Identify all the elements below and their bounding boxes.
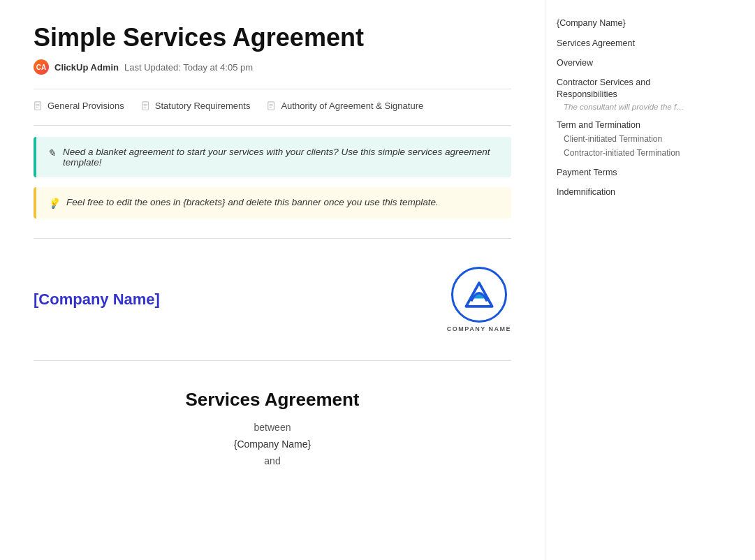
divider-top [34,89,511,89]
sidebar-item-overview-label: Overview [557,58,593,68]
banner-teal-text: Need a blanket agreement to start your s… [63,147,500,168]
banner-yellow: 💡 Feel free to edit the ones in {bracket… [34,187,511,219]
sidebar-item-company-label: {Company Name} [557,18,626,28]
section-label-statutory: Statutory Requirements [155,101,251,111]
section-label-authority: Authority of Agreement & Signature [281,101,423,111]
logo-label: COMPANY NAME [447,325,511,332]
sidebar-item-services-agreement-label: Services Agreement [557,38,635,48]
sidebar-item-company[interactable]: {Company Name} [557,17,687,30]
document-title: Services Agreement [34,389,511,411]
page-title: Simple Services Agreement [34,22,511,52]
logo-svg [460,275,499,314]
sidebar-item-contractor-label: Contractor Services and Responsibilities [557,77,687,101]
section-link-authority[interactable]: Authority of Agreement & Signature [267,101,423,111]
sidebar-item-contractor-subtext: The consultant will provide the follo... [557,101,686,112]
sidebar-item-payment[interactable]: Payment Terms [557,166,687,179]
section-label-general: General Provisions [47,101,124,111]
divider-logo [34,360,511,361]
sidebar-item-overview[interactable]: Overview [557,57,687,70]
last-updated: Last Updated: Today at 4:05 pm [124,62,253,73]
sidebar-item-contractor[interactable]: Contractor Services and Responsibilities… [557,77,687,112]
sidebar-item-payment-label: Payment Terms [557,168,617,177]
logo-container: COMPANY NAME [447,267,511,332]
company-logo [451,267,507,323]
sidebar: {Company Name} Services Agreement Overvi… [545,0,698,560]
doc-icon-2 [141,101,151,111]
sidebar-item-client-termination[interactable]: Client-initiated Termination [557,133,687,145]
divider-banners [34,238,511,239]
avatar: CA [34,59,49,75]
meta-row: CA ClickUp Admin Last Updated: Today at … [34,59,511,75]
banner-teal-icon: ✎ [47,147,56,159]
between-text: between [34,422,511,433]
sidebar-item-services-agreement[interactable]: Services Agreement [557,37,687,50]
banner-yellow-icon: 💡 [47,198,59,209]
sidebar-item-indemnification-label: Indemnification [557,187,615,197]
sections-row: General Provisions Statutory Requirement… [34,101,511,111]
main-content: Simple Services Agreement CA ClickUp Adm… [0,0,545,560]
doc-icon [34,101,43,111]
sidebar-item-term[interactable]: Term and Termination Client-initiated Te… [557,119,687,159]
banner-teal: ✎ Need a blanket agreement to start your… [34,137,511,177]
sidebar-item-term-label: Term and Termination [557,119,687,132]
and-text: and [34,455,511,466]
banner-yellow-text: Feel free to edit the ones in {brackets}… [66,197,439,207]
sidebar-item-contractor-termination[interactable]: Contractor-initiated Termination [557,147,687,159]
company-name-placeholder[interactable]: [Company Name] [34,290,160,309]
sidebar-item-indemnification[interactable]: Indemnification [557,186,687,199]
section-link-statutory[interactable]: Statutory Requirements [141,101,251,111]
document-party1: {Company Name} [34,439,511,450]
doc-icon-3 [267,101,277,111]
divider-sections [34,125,511,126]
company-logo-section: [Company Name] COMPANY NAME [34,261,511,338]
author-name[interactable]: ClickUp Admin [54,62,119,73]
section-link-general[interactable]: General Provisions [34,101,124,111]
